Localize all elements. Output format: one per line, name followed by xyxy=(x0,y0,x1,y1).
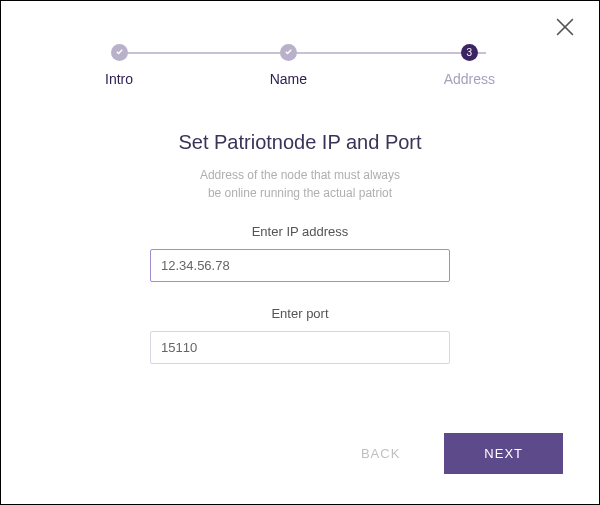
footer-buttons: BACK NEXT xyxy=(347,433,563,474)
port-input[interactable] xyxy=(150,331,450,364)
next-button[interactable]: NEXT xyxy=(444,433,563,474)
page-title: Set Patriotnode IP and Port xyxy=(178,131,421,154)
port-label: Enter port xyxy=(271,306,328,321)
step-address-number: 3 xyxy=(467,47,473,58)
close-button[interactable] xyxy=(555,19,575,39)
step-address-label: Address xyxy=(444,71,495,87)
step-name-circle xyxy=(280,44,297,61)
step-intro-circle xyxy=(111,44,128,61)
step-address: 3 Address xyxy=(444,44,495,87)
step-name: Name xyxy=(270,44,307,87)
step-intro-label: Intro xyxy=(105,71,133,87)
page-subtitle: Address of the node that must always be … xyxy=(200,166,400,202)
ip-input[interactable] xyxy=(150,249,450,282)
step-name-label: Name xyxy=(270,71,307,87)
subtitle-line2: be online running the actual patriot xyxy=(208,186,392,200)
stepper: Intro Name 3 Address xyxy=(105,44,495,87)
step-intro: Intro xyxy=(105,44,133,87)
subtitle-line1: Address of the node that must always xyxy=(200,168,400,182)
ip-label: Enter IP address xyxy=(252,224,349,239)
step-address-circle: 3 xyxy=(461,44,478,61)
content-area: Set Patriotnode IP and Port Address of t… xyxy=(1,131,599,388)
check-icon xyxy=(284,47,293,58)
back-button[interactable]: BACK xyxy=(347,438,414,469)
close-icon xyxy=(556,18,574,40)
check-icon xyxy=(115,47,124,58)
